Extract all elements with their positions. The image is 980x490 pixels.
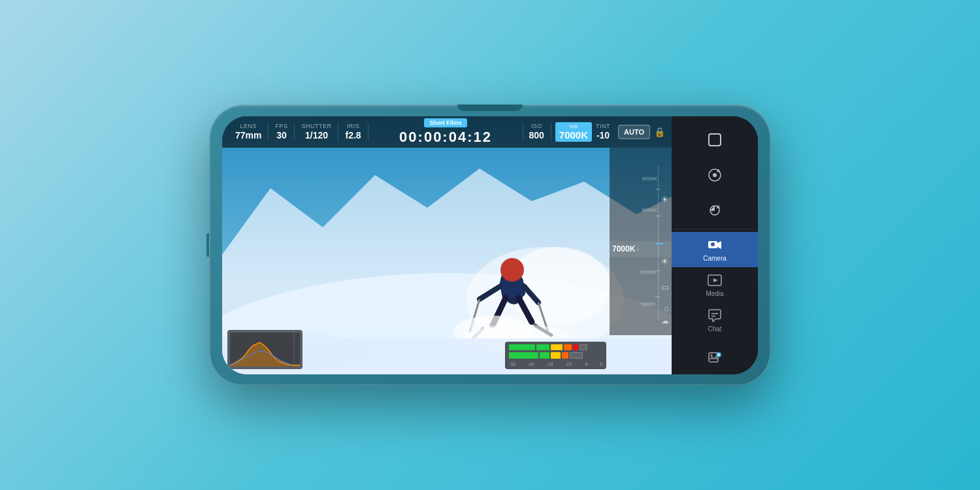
svg-point-25 (713, 173, 717, 177)
wb-tick-8000: 8000K (642, 207, 657, 213)
phone-screen: LENS 77mm FPS 30 SHUTTER 1/120 IRIS f2.8 (222, 116, 758, 374)
audio-scale-9: -9 (583, 362, 587, 367)
audio-scale-0: 0 (600, 362, 602, 367)
hud-fps-value: 30 (276, 130, 287, 140)
phone-shell: LENS 77mm FPS 30 SHUTTER 1/120 IRIS f2.8 (209, 105, 771, 385)
camera-nav-icon (707, 237, 723, 253)
hud-lock-icon[interactable]: 🔒 (654, 127, 665, 137)
svg-point-31 (711, 242, 715, 246)
sidebar-spacer (700, 338, 729, 374)
audio-bar-orange-1 (564, 344, 572, 351)
audio-bar-green-2 (509, 352, 538, 359)
wb-ruler-line (658, 166, 659, 319)
app-sidebar: A A Camera (672, 116, 758, 374)
nav-item-camera[interactable]: Camera (672, 232, 758, 267)
audio-scale-40: -40 (528, 362, 534, 367)
nav-item-media[interactable]: Media (672, 267, 758, 302)
exposure-button[interactable]: A (700, 196, 729, 225)
wb-tick-2 (655, 216, 661, 216)
wb-tick-1 (655, 189, 661, 189)
nav-media-label: Media (706, 290, 723, 297)
audio-meter-overlay: -50 -40 -18 -15 -9 0 (505, 342, 606, 369)
nav-chat-label: Chat (708, 325, 721, 333)
media-nav-icon (707, 272, 723, 288)
sidebar-top-controls: A A (672, 122, 758, 229)
wb-tick-5 (655, 297, 661, 297)
chat-nav-icon (707, 308, 723, 323)
hud-iso-value: 800 (529, 130, 544, 140)
audio-scale: -50 -40 -18 -15 -9 0 (509, 362, 602, 367)
hud-fps-label: FPS (275, 123, 287, 129)
wb-tick-6000: 6000K (641, 269, 656, 275)
audio-bar-red-1 (573, 344, 578, 351)
histogram-overlay (227, 330, 302, 369)
svg-marker-33 (713, 278, 718, 282)
hud-center-section: Short Films 00:00:04:12 (368, 118, 523, 146)
hud-shutter-param[interactable]: SHUTTER 1/120 (295, 123, 338, 140)
hud-lens-label: LENS (240, 123, 257, 129)
hud-wb-value: 7000K (559, 129, 588, 140)
hud-wb-label: WB (569, 123, 578, 129)
hud-lens-param[interactable]: LENS 77mm (229, 123, 269, 140)
audio-bar-green-1 (509, 344, 535, 351)
gallery-button[interactable] (700, 343, 729, 372)
screen-frame-icon (708, 133, 722, 147)
phone-top-notch (457, 105, 523, 111)
screen-frame-button[interactable] (700, 125, 729, 154)
hud-wb-section[interactable]: WB 7000K (555, 122, 592, 142)
hud-tint-label: TINT (596, 123, 610, 129)
wb-home-icon: ⌂ (664, 303, 669, 313)
wb-battery-icon: ▭ (661, 282, 669, 292)
nav-item-chat[interactable]: Chat (672, 302, 758, 338)
histogram-chart (230, 333, 300, 367)
audio-bar-yellow-1 (551, 344, 563, 351)
audio-bar-green-2b (540, 352, 549, 359)
svg-marker-30 (717, 241, 721, 249)
hud-iris-label: IRIS (347, 123, 360, 129)
focus-af-icon: A (706, 167, 723, 184)
focus-af-button[interactable]: A (700, 161, 729, 189)
audio-scale-18: -18 (546, 362, 553, 367)
hud-iso-param[interactable]: ISO 800 (523, 123, 551, 140)
hud-iris-value: f2.8 (345, 130, 361, 140)
audio-bar-empty-2 (570, 352, 583, 359)
wb-indicator-value: 7000K (612, 244, 635, 253)
wb-tick-4 (655, 270, 661, 271)
exposure-icon: A (706, 202, 723, 219)
svg-rect-23 (709, 134, 721, 146)
wb-scale-overlay: 9000K 8000K ☀ 7000K › ☀ ▭ ⌂ ☁ (610, 148, 672, 335)
wb-tick-9000: 9000K (642, 176, 657, 182)
hud-tint-param[interactable]: TINT -10 (592, 123, 614, 140)
hud-tint-value: -10 (596, 130, 610, 140)
hud-shutter-label: SHUTTER (301, 123, 331, 129)
hud-shutter-value: 1/120 (305, 130, 328, 140)
hud-top-bar: LENS 77mm FPS 30 SHUTTER 1/120 IRIS f2.8 (222, 116, 672, 148)
audio-bar-green-1b (536, 344, 549, 351)
extra-controls (700, 338, 729, 374)
wb-cloud-icon: ☁ (661, 316, 669, 325)
hud-wb-active[interactable]: WB 7000K (555, 122, 592, 142)
wb-tick-5000: 5000K (641, 301, 656, 307)
audio-bar-empty-1 (580, 344, 587, 351)
svg-text:A: A (717, 204, 720, 209)
hud-iso-label: ISO (531, 123, 542, 129)
svg-point-37 (711, 354, 713, 356)
wb-sun-icon-top: ☀ (661, 194, 669, 204)
hud-lens-value: 77mm (235, 130, 261, 140)
wb-tick-active (655, 243, 663, 244)
hud-auto-button[interactable]: AUTO (618, 125, 650, 139)
svg-point-11 (500, 258, 524, 282)
hud-iris-param[interactable]: IRIS f2.8 (338, 123, 368, 140)
audio-channel-2 (509, 352, 602, 359)
phone-side-button[interactable] (206, 233, 209, 257)
svg-text:A: A (717, 169, 720, 173)
audio-bar-orange-2 (562, 352, 568, 359)
hud-fps-param[interactable]: FPS 30 (269, 123, 295, 140)
nav-camera-label: Camera (703, 255, 727, 262)
hud-title-badge[interactable]: Short Films (424, 118, 467, 127)
camera-viewfinder: LENS 77mm FPS 30 SHUTTER 1/120 IRIS f2.8 (222, 116, 672, 374)
wb-sun-icon-middle: ☀ (661, 256, 669, 267)
audio-scale-50: -50 (509, 362, 515, 367)
audio-scale-15: -15 (565, 362, 572, 367)
audio-bar-yellow-2 (551, 352, 561, 359)
